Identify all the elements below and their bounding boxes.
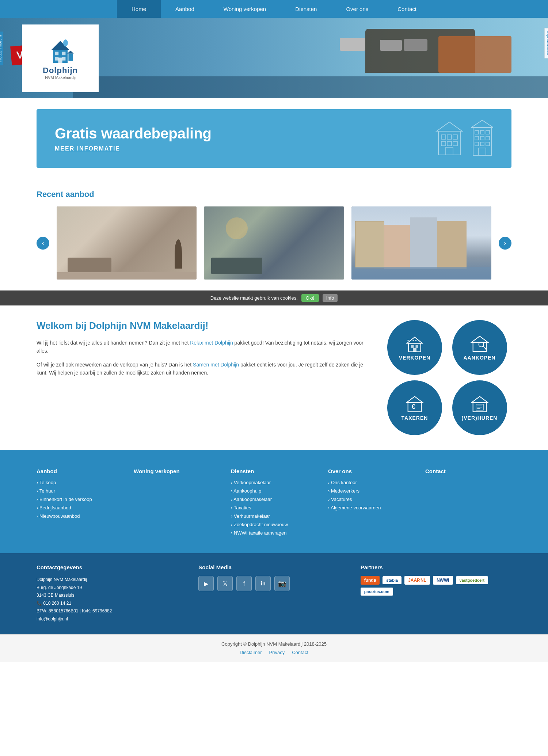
footer-list-item[interactable]: › NWWI taxatie aanvragen xyxy=(231,530,317,536)
nav-contact[interactable]: Contact xyxy=(383,0,431,18)
svg-marker-10 xyxy=(67,50,74,53)
footer-list-item[interactable]: › Aankoopmakelaar xyxy=(231,497,317,502)
footer-list-item[interactable]: › Aankoophulp xyxy=(231,488,317,494)
svg-rect-16 xyxy=(441,141,446,146)
property-card-2[interactable] xyxy=(204,206,344,280)
social-youtube[interactable]: ▶ xyxy=(198,576,214,591)
partners-logos: funda stabia JAAP.NL NWWI vastgoedcert p… xyxy=(361,576,511,596)
nav-over-ons[interactable]: Over ons xyxy=(331,0,383,18)
svg-rect-38 xyxy=(473,342,486,351)
footer-contact-btw: BTW: 858015766B01 | KvK: 69796882 xyxy=(37,607,187,615)
svg-rect-31 xyxy=(479,148,486,155)
carousel-items xyxy=(57,206,491,280)
svg-rect-14 xyxy=(447,135,452,139)
footer-contact-city: 3143 CB Maassluis xyxy=(37,592,187,600)
disclaimer-link[interactable]: Disclaimer xyxy=(240,650,262,655)
waardebepaling-banner[interactable]: Gratis waardebepaling MEER INFORMATIE xyxy=(37,109,511,168)
svg-marker-45 xyxy=(407,396,423,403)
svg-rect-17 xyxy=(447,141,452,146)
footer-contactgegevens: Contactgegevens Dolphijn NVM Makelaardij… xyxy=(37,564,187,623)
footer-social-section: Social Media ▶ 𝕏 f in 📷 xyxy=(198,564,349,623)
svg-rect-36 xyxy=(413,347,416,352)
partner-pararius[interactable]: pararius.com xyxy=(361,588,393,596)
svg-marker-12 xyxy=(437,122,462,131)
nav-diensten[interactable]: Diensten xyxy=(281,0,331,18)
contact-link[interactable]: Contact xyxy=(292,650,308,655)
footer-diensten-title: Diensten xyxy=(231,468,317,474)
side-label-left[interactable]: Inloggen move.nl xyxy=(0,31,3,65)
partner-nwwi[interactable]: NWWI xyxy=(433,576,453,585)
social-twitter[interactable]: 𝕏 xyxy=(217,576,233,591)
footer-aanbod-list: › Te koop › Te huur › Binnenkort in de v… xyxy=(37,480,123,519)
footer-partners-title: Partners xyxy=(361,564,511,570)
logo-subtitle: NVM Makelaardij xyxy=(45,75,76,80)
footer-col-aanbod: Aanbod › Te koop › Te huur › Binnenkort … xyxy=(37,468,123,539)
svg-rect-20 xyxy=(473,128,491,155)
footer-list-item[interactable]: › Ons kantoor xyxy=(328,480,414,485)
footer-list-item[interactable]: › Algemene voorwaarden xyxy=(328,505,414,510)
relax-link[interactable]: Relax met Dolphijn xyxy=(190,340,233,346)
property-card-3[interactable] xyxy=(351,206,491,280)
svg-rect-35 xyxy=(416,345,419,348)
partner-jaap[interactable]: JAAP.NL xyxy=(404,576,430,585)
footer-contact-email[interactable]: info@dolphijn.nl xyxy=(37,615,187,623)
footer-list-item[interactable]: › Te huur xyxy=(37,488,123,494)
service-aankopen[interactable]: AANKOPEN xyxy=(452,320,507,375)
svg-rect-29 xyxy=(480,142,484,146)
svg-rect-2 xyxy=(55,52,59,56)
service-verhuren[interactable]: (VER)HUREN xyxy=(452,380,507,435)
dolphijn-logo-icon xyxy=(46,37,75,66)
footer-list-item[interactable]: › Vacatures xyxy=(328,497,414,502)
partner-vastgoedcert[interactable]: vastgoedcert xyxy=(456,576,488,584)
carousel-prev-btn[interactable]: ‹ xyxy=(37,237,49,250)
logo-name: Dolphijn xyxy=(43,66,78,75)
service-aankopen-label: AANKOPEN xyxy=(463,355,495,361)
welcome-section: Welkom bij Dolphijn NVM Makelaardij! Wil… xyxy=(0,305,548,450)
footer-list-item[interactable]: › Verkoopmakelaar xyxy=(231,480,317,485)
footer-list-item[interactable]: › Zoekopdracht nieuwbouw xyxy=(231,522,317,527)
svg-rect-9 xyxy=(68,53,73,61)
property-card-1[interactable] xyxy=(57,206,197,280)
bottom-links: Disclaimer Privacy Contact xyxy=(7,650,541,655)
svg-marker-48 xyxy=(471,396,488,403)
footer-contact-col-title: Contact xyxy=(425,468,511,474)
nav-home[interactable]: Home xyxy=(117,0,161,18)
banner-cta[interactable]: MEER INFORMATIE xyxy=(55,145,212,152)
footer-list-item[interactable]: › Nieuwbouwaanbod xyxy=(37,513,123,519)
footer: Aanbod › Te koop › Te huur › Binnenkort … xyxy=(0,450,548,634)
footer-list-item[interactable]: › Binnenkort in de verkoop xyxy=(37,497,123,502)
partner-funda[interactable]: funda xyxy=(361,576,380,585)
side-label-right[interactable]: Mijn favorieten xyxy=(545,28,548,58)
privacy-link[interactable]: Privacy xyxy=(269,650,285,655)
footer-list-item[interactable]: › Te koop xyxy=(37,480,123,485)
main-nav: Home Aanbod Woning verkopen Diensten Ove… xyxy=(0,0,548,18)
carousel-next-btn[interactable]: › xyxy=(499,237,511,250)
cookie-ok-btn[interactable]: Oké xyxy=(301,294,319,302)
social-facebook[interactable]: f xyxy=(236,576,252,591)
partner-stabia[interactable]: stabia xyxy=(383,576,402,584)
footer-list-item[interactable]: › Verhuurmakelaar xyxy=(231,513,317,519)
svg-rect-26 xyxy=(480,136,484,140)
service-taxeren[interactable]: € TAXEREN xyxy=(387,380,442,435)
footer-contact-name: Dolphijn NVM Makelaardij xyxy=(37,576,187,584)
cookie-info-btn[interactable]: Info xyxy=(323,294,338,302)
recent-aanbod-title: Recent aanbod xyxy=(37,190,511,199)
nav-woning-verkopen[interactable]: Woning verkopen xyxy=(209,0,281,18)
banner-content: Gratis waardebepaling MEER INFORMATIE xyxy=(55,125,212,152)
social-instagram[interactable]: 📷 xyxy=(274,576,290,591)
welcome-text-area: Welkom bij Dolphijn NVM Makelaardij! Wil… xyxy=(37,320,365,383)
social-linkedin[interactable]: in xyxy=(255,576,271,591)
welcome-para1: Wil jij het liefst dat wij je alles uit … xyxy=(37,339,365,355)
samen-link[interactable]: Samen met Dolphijn xyxy=(193,362,239,368)
welcome-para2: Of wil je zelf ook meewerken aan de verk… xyxy=(37,361,365,377)
footer-list-item[interactable]: › Medewerkers xyxy=(328,488,414,494)
service-verkopen[interactable]: TE KOOP VERKOPEN xyxy=(387,320,442,375)
footer-list-item[interactable]: › Bedrijfsaanbod xyxy=(37,505,123,510)
footer-social-title: Social Media xyxy=(198,564,349,570)
footer-list-item[interactable]: › Taxaties xyxy=(231,505,317,510)
banner-title: Gratis waardebepaling xyxy=(55,125,212,142)
svg-text:€: € xyxy=(412,402,415,410)
footer-aanbod-title: Aanbod xyxy=(37,468,123,474)
svg-rect-28 xyxy=(475,142,479,146)
nav-aanbod[interactable]: Aanbod xyxy=(161,0,209,18)
